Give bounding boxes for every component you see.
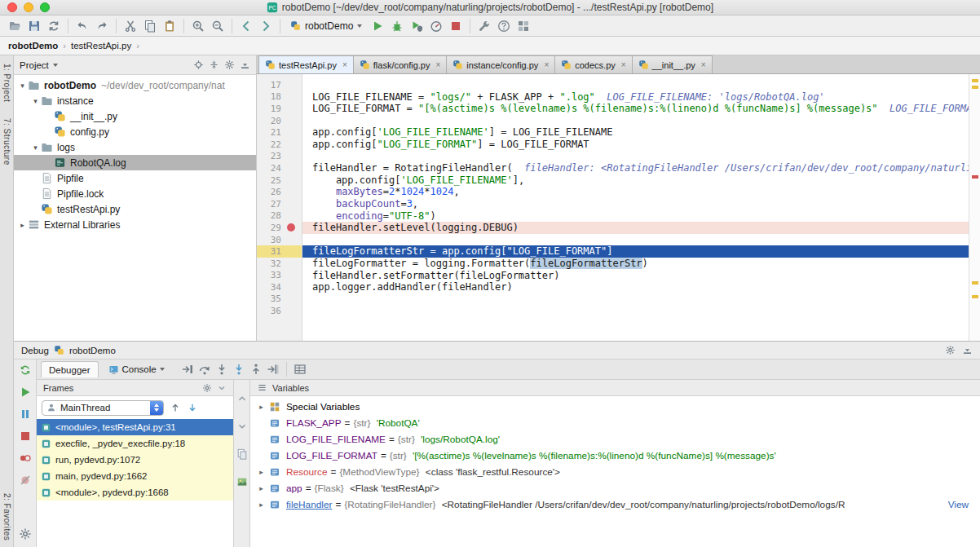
collapse-button[interactable] [209,60,219,70]
structure-button[interactable] [514,17,533,35]
expand-icon[interactable]: ▸ [257,484,266,492]
mute-breakpoints-button[interactable] [19,474,32,487]
step-out-button[interactable] [249,363,263,376]
debug-button[interactable] [387,17,407,35]
gear-button[interactable] [19,527,32,540]
gear-button[interactable] [202,383,212,393]
gutter-line[interactable]: 33 [257,270,302,282]
back-button[interactable] [236,17,256,35]
zoom-out-button[interactable] [208,17,227,35]
tree-row[interactable]: testRestApi.py [14,201,256,217]
gutter-line[interactable]: 28 [257,210,302,223]
arrow-up-button[interactable] [170,402,181,413]
expand-icon[interactable]: ▸ [257,468,266,476]
close-icon[interactable]: × [621,60,626,69]
chevron-down-button[interactable] [217,383,227,393]
tool-window-button[interactable]: 1: Project [2,64,11,102]
gutter-line[interactable]: 19 [257,103,302,115]
tree-row[interactable]: Pipfile.lock [14,186,256,201]
chevron-down-button[interactable] [236,421,248,432]
editor-line[interactable]: backupCount=3, [302,198,969,210]
editor-line[interactable] [302,293,969,306]
view-table-button[interactable] [294,363,307,376]
editor-line[interactable]: LOG_FILE_FILENAME = "logs/" + FLASK_APP … [302,91,969,104]
editor-line[interactable]: fileLogFormatterStr = app.config["LOG_FI… [302,245,969,258]
gutter-line[interactable]: 34 [257,281,302,293]
paste-button[interactable] [160,17,179,35]
code-area[interactable]: LOG_FILE_FILENAME = "logs/" + FLASK_APP … [302,74,969,341]
breadcrumb-item[interactable]: robotDemo [7,41,60,51]
help-button[interactable] [494,17,514,35]
variable-row[interactable]: ▸fileHandler = {RotatingFileHandler} <Ro… [250,496,980,513]
editor-line[interactable] [302,234,969,246]
gutter-line[interactable]: 18 [257,91,302,104]
breakpoint-icon[interactable] [287,223,295,232]
frame-row[interactable]: main, pydevd.py:1662 [37,468,233,484]
expand-icon[interactable]: ▸ [257,403,266,411]
editor-tab[interactable]: testRestApi.py× [258,55,354,73]
redo-button[interactable] [92,17,112,35]
breadcrumb-item[interactable]: testRestApi.py [69,41,133,51]
forward-button[interactable] [256,17,276,35]
step-into-my-code-button[interactable] [232,363,245,376]
editor-tab[interactable]: flask/config.py× [353,55,448,73]
profiler-button[interactable] [426,17,446,35]
tree-row[interactable]: ▾robotDemo~/dev/dev_root/company/nat [14,77,256,93]
debug-tab-debugger[interactable]: Debugger [41,361,99,377]
cut-button[interactable] [121,17,140,35]
stop-button[interactable] [19,430,32,443]
editor-line[interactable] [302,115,969,127]
view-breakpoints-button[interactable] [19,452,32,465]
hide-button[interactable] [962,345,973,355]
close-icon[interactable]: × [701,60,706,69]
chevron-down-icon[interactable] [53,64,58,67]
editor-line[interactable] [302,151,969,163]
editor-line[interactable]: fileHandler.setFormatter(fileLogFormatte… [302,270,969,282]
editor-line[interactable] [302,79,969,91]
gutter-line[interactable]: 17 [257,79,302,91]
editor-line[interactable]: encoding="UTF-8") [302,210,969,223]
save-button[interactable] [24,17,44,35]
step-into-button[interactable] [215,363,228,376]
gutter-line[interactable]: 20 [257,115,302,127]
editor-line[interactable]: app.config["LOG_FILE_FORMAT"] = LOG_FILE… [302,139,969,151]
gutter-line[interactable]: 30 [257,234,302,246]
editor-scrollbar[interactable] [969,74,980,341]
gutter-line[interactable]: 25 [257,174,302,187]
run-to-cursor-button[interactable] [267,363,280,376]
close-icon[interactable]: × [342,60,347,69]
editor-line[interactable]: maxBytes=2*1024*1024, [302,186,969,198]
menu-icon[interactable] [257,382,267,393]
tools-button[interactable] [475,17,494,35]
frame-row[interactable]: execfile, _pydev_execfile.py:18 [37,435,233,452]
variable-row[interactable]: LOG_FILE_FILENAME = {str} 'logs/RobotQA.… [250,431,980,448]
editor-tab[interactable]: __init__.py× [632,55,713,73]
rerun-button[interactable] [19,364,32,377]
arrow-down-button[interactable] [187,402,198,413]
resume-button[interactable] [19,386,32,399]
close-icon[interactable]: × [544,60,549,69]
zoom-in-button[interactable] [188,17,208,35]
tool-window-button[interactable]: 2: Favorites [2,493,11,540]
expand-icon[interactable]: ▸ [257,501,266,509]
variable-row[interactable]: ▸Resource = {MethodViewType} <class 'fla… [250,464,980,480]
tree-row[interactable]: config.py [14,124,256,139]
gutter-line[interactable]: 36 [257,305,302,317]
gutter-line[interactable]: 35 [257,293,302,306]
open-button[interactable] [5,17,24,35]
gutter-line[interactable]: 24 [257,162,302,174]
zoom-button[interactable] [40,2,50,12]
run-button[interactable] [368,17,387,35]
editor-line[interactable]: fileHandler.setLevel(logging.DEBUG) [302,222,969,234]
variable-row[interactable]: LOG_FILE_FORMAT = {str} '[%(asctime)s %(… [250,448,980,464]
locate-button[interactable] [193,60,204,70]
close-button[interactable] [7,2,17,12]
coverage-button[interactable] [407,17,426,35]
variable-row[interactable]: FLASK_APP = {str} 'RobotQA' [250,415,980,431]
editor-line[interactable]: fileHandler = RotatingFileHandler( fileH… [302,162,969,174]
tree-row[interactable]: __init__.py [14,108,256,124]
gutter-line[interactable]: 21 [257,126,302,139]
gutter-line[interactable]: 27 [257,198,302,210]
tree-expanded-icon[interactable]: ▾ [17,82,28,90]
gear-button[interactable] [945,345,956,355]
